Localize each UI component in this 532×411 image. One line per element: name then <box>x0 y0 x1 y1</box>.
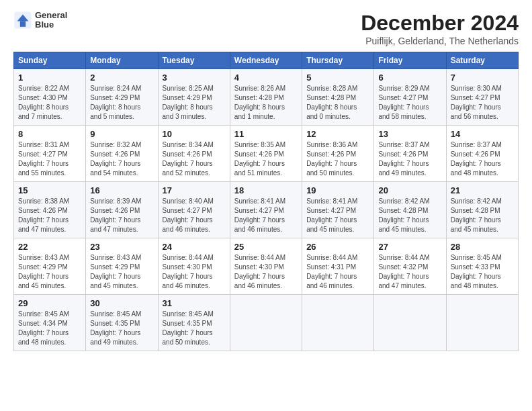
day-detail: Sunrise: 8:41 AMSunset: 4:27 PMDaylight:… <box>234 197 298 234</box>
daylight-label: Daylight: 7 hours <box>378 103 429 111</box>
sunset-text: Sunset: 4:30 PM <box>18 94 68 101</box>
daylight-minutes: and 45 minutes. <box>451 226 498 233</box>
daylight-label: Daylight: 7 hours <box>90 216 140 224</box>
col-header-wednesday: Wednesday <box>230 52 302 69</box>
daylight-minutes: and 49 minutes. <box>378 169 426 177</box>
day-cell-29: 29Sunrise: 8:45 AMSunset: 4:34 PMDayligh… <box>14 295 86 351</box>
empty-cell <box>230 295 302 351</box>
daylight-label: Daylight: 7 hours <box>451 160 501 167</box>
day-cell-18: 18Sunrise: 8:41 AMSunset: 4:27 PMDayligh… <box>230 182 302 238</box>
daylight-minutes: and 52 minutes. <box>163 169 210 177</box>
day-detail: Sunrise: 8:25 AMSunset: 4:29 PMDaylight:… <box>163 84 226 122</box>
day-number: 9 <box>90 129 153 139</box>
sunrise-text: Sunrise: 8:40 AM <box>163 197 214 205</box>
sunrise-text: Sunrise: 8:42 AM <box>378 197 429 205</box>
day-cell-27: 27Sunrise: 8:44 AMSunset: 4:32 PMDayligh… <box>374 238 446 295</box>
daylight-minutes: and 55 minutes. <box>18 169 66 177</box>
day-number: 24 <box>163 242 226 252</box>
day-number: 30 <box>90 298 153 308</box>
day-detail: Sunrise: 8:24 AMSunset: 4:29 PMDaylight:… <box>90 84 153 122</box>
sunset-text: Sunset: 4:27 PM <box>451 94 500 101</box>
daylight-minutes: and 48 minutes. <box>451 169 498 177</box>
day-cell-8: 8Sunrise: 8:31 AMSunset: 4:27 PMDaylight… <box>14 126 86 182</box>
day-number: 6 <box>378 73 441 83</box>
daylight-label: Daylight: 8 hours <box>90 103 140 111</box>
day-cell-5: 5Sunrise: 8:28 AMSunset: 4:28 PMDaylight… <box>302 69 374 126</box>
calendar-week-1: 1Sunrise: 8:22 AMSunset: 4:30 PMDaylight… <box>14 69 519 126</box>
day-detail: Sunrise: 8:39 AMSunset: 4:26 PMDaylight:… <box>90 197 153 234</box>
sunset-text: Sunset: 4:27 PM <box>306 207 356 214</box>
calendar-week-3: 15Sunrise: 8:38 AMSunset: 4:26 PMDayligh… <box>14 182 519 238</box>
daylight-label: Daylight: 8 hours <box>18 103 69 111</box>
main-title: December 2024 <box>361 11 519 36</box>
sunset-text: Sunset: 4:29 PM <box>163 94 212 101</box>
day-cell-30: 30Sunrise: 8:45 AMSunset: 4:35 PMDayligh… <box>86 295 158 351</box>
day-detail: Sunrise: 8:40 AMSunset: 4:27 PMDaylight:… <box>163 197 226 234</box>
day-detail: Sunrise: 8:42 AMSunset: 4:28 PMDaylight:… <box>451 197 514 234</box>
day-detail: Sunrise: 8:44 AMSunset: 4:30 PMDaylight:… <box>163 253 226 291</box>
daylight-label: Daylight: 7 hours <box>163 160 213 167</box>
sunrise-text: Sunrise: 8:45 AM <box>90 310 141 318</box>
sunset-text: Sunset: 4:29 PM <box>18 263 68 271</box>
daylight-minutes: and 46 minutes. <box>234 282 282 289</box>
daylight-label: Daylight: 7 hours <box>234 273 285 280</box>
day-number: 17 <box>163 185 226 195</box>
day-detail: Sunrise: 8:44 AMSunset: 4:30 PMDaylight:… <box>234 253 298 291</box>
subtitle: Puiflijk, Gelderland, The Netherlands <box>361 36 519 46</box>
daylight-minutes: and 47 minutes. <box>90 226 138 233</box>
daylight-label: Daylight: 7 hours <box>90 329 140 336</box>
daylight-label: Daylight: 7 hours <box>18 329 69 336</box>
sunrise-text: Sunrise: 8:43 AM <box>90 254 141 261</box>
day-number: 7 <box>451 73 514 83</box>
daylight-label: Daylight: 7 hours <box>234 216 285 224</box>
daylight-label: Daylight: 7 hours <box>18 273 69 280</box>
daylight-label: Daylight: 7 hours <box>18 160 69 167</box>
day-detail: Sunrise: 8:45 AMSunset: 4:35 PMDaylight:… <box>163 310 226 347</box>
day-number: 15 <box>18 185 81 195</box>
daylight-minutes: and 56 minutes. <box>451 113 498 120</box>
day-cell-17: 17Sunrise: 8:40 AMSunset: 4:27 PMDayligh… <box>158 182 230 238</box>
day-number: 27 <box>378 242 441 252</box>
sunrise-text: Sunrise: 8:22 AM <box>18 85 69 92</box>
day-cell-25: 25Sunrise: 8:44 AMSunset: 4:30 PMDayligh… <box>230 238 302 295</box>
sunset-text: Sunset: 4:28 PM <box>378 207 428 214</box>
sunset-text: Sunset: 4:35 PM <box>163 320 212 327</box>
sunset-text: Sunset: 4:33 PM <box>451 263 500 271</box>
day-number: 22 <box>18 242 81 252</box>
empty-cell <box>302 295 374 351</box>
sunrise-text: Sunrise: 8:45 AM <box>18 310 69 318</box>
col-header-tuesday: Tuesday <box>158 52 230 69</box>
day-cell-4: 4Sunrise: 8:26 AMSunset: 4:28 PMDaylight… <box>230 69 302 126</box>
day-cell-10: 10Sunrise: 8:34 AMSunset: 4:26 PMDayligh… <box>158 126 230 182</box>
day-cell-6: 6Sunrise: 8:29 AMSunset: 4:27 PMDaylight… <box>374 69 446 126</box>
day-number: 11 <box>234 129 298 139</box>
day-number: 12 <box>306 129 369 139</box>
calendar-week-4: 22Sunrise: 8:43 AMSunset: 4:29 PMDayligh… <box>14 238 519 295</box>
day-cell-20: 20Sunrise: 8:42 AMSunset: 4:28 PMDayligh… <box>374 182 446 238</box>
sunrise-text: Sunrise: 8:44 AM <box>163 254 214 261</box>
day-detail: Sunrise: 8:37 AMSunset: 4:26 PMDaylight:… <box>378 140 441 178</box>
day-detail: Sunrise: 8:36 AMSunset: 4:26 PMDaylight:… <box>306 140 369 178</box>
daylight-label: Daylight: 7 hours <box>163 329 213 336</box>
sunrise-text: Sunrise: 8:45 AM <box>451 254 502 261</box>
col-header-thursday: Thursday <box>302 52 374 69</box>
daylight-minutes: and 45 minutes. <box>306 226 354 233</box>
day-detail: Sunrise: 8:43 AMSunset: 4:29 PMDaylight:… <box>18 253 81 291</box>
logo-icon <box>13 11 32 30</box>
sunset-text: Sunset: 4:29 PM <box>90 263 140 271</box>
daylight-minutes: and 50 minutes. <box>163 338 210 346</box>
daylight-label: Daylight: 8 hours <box>306 103 357 111</box>
day-detail: Sunrise: 8:45 AMSunset: 4:33 PMDaylight:… <box>451 253 514 291</box>
sunrise-text: Sunrise: 8:31 AM <box>18 141 69 148</box>
day-detail: Sunrise: 8:45 AMSunset: 4:35 PMDaylight:… <box>90 310 153 347</box>
sunrise-text: Sunrise: 8:29 AM <box>378 85 429 92</box>
daylight-minutes: and 45 minutes. <box>18 282 66 289</box>
day-number: 29 <box>18 298 81 308</box>
day-detail: Sunrise: 8:37 AMSunset: 4:26 PMDaylight:… <box>451 140 514 178</box>
title-area: December 2024 Puiflijk, Gelderland, The … <box>361 11 519 46</box>
day-cell-26: 26Sunrise: 8:44 AMSunset: 4:31 PMDayligh… <box>302 238 374 295</box>
sunset-text: Sunset: 4:30 PM <box>163 263 212 271</box>
col-header-monday: Monday <box>86 52 158 69</box>
day-cell-9: 9Sunrise: 8:32 AMSunset: 4:26 PMDaylight… <box>86 126 158 182</box>
sunset-text: Sunset: 4:31 PM <box>306 263 356 271</box>
